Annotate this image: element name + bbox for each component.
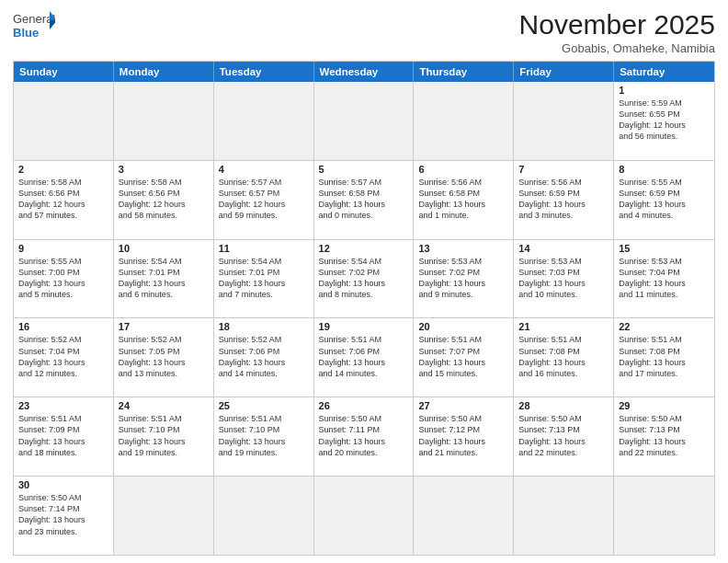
calendar-row-2: 9Sunrise: 5:55 AM Sunset: 7:00 PM Daylig… [14, 240, 714, 319]
title-block: November 2025 Gobabis, Omaheke, Namibia [519, 9, 715, 55]
day-number-15: 15 [619, 243, 710, 254]
day-number-20: 20 [418, 321, 508, 332]
day-info-18: Sunrise: 5:52 AM Sunset: 7:06 PM Dayligh… [219, 334, 309, 379]
day-cell-26: 26Sunrise: 5:50 AM Sunset: 7:11 PM Dayli… [314, 397, 415, 476]
day-number-5: 5 [319, 164, 409, 175]
day-info-11: Sunrise: 5:54 AM Sunset: 7:01 PM Dayligh… [219, 256, 309, 301]
day-info-10: Sunrise: 5:54 AM Sunset: 7:01 PM Dayligh… [119, 256, 209, 301]
day-cell-12: 12Sunrise: 5:54 AM Sunset: 7:02 PM Dayli… [314, 240, 415, 318]
header-day-saturday: Saturday [614, 62, 714, 82]
day-cell-16: 16Sunrise: 5:52 AM Sunset: 7:04 PM Dayli… [14, 318, 114, 396]
svg-text:Blue: Blue [13, 26, 39, 40]
month-title: November 2025 [519, 9, 715, 40]
day-number-13: 13 [418, 243, 508, 254]
day-number-4: 4 [219, 164, 309, 175]
day-info-30: Sunrise: 5:50 AM Sunset: 7:14 PM Dayligh… [18, 492, 108, 537]
day-cell-22: 22Sunrise: 5:51 AM Sunset: 7:08 PM Dayli… [614, 318, 714, 396]
empty-cell-5-3 [314, 477, 415, 555]
day-info-12: Sunrise: 5:54 AM Sunset: 7:02 PM Dayligh… [319, 256, 409, 301]
day-number-14: 14 [518, 243, 609, 254]
day-number-10: 10 [119, 243, 209, 254]
empty-cell-0-4 [414, 82, 514, 160]
day-info-19: Sunrise: 5:51 AM Sunset: 7:06 PM Dayligh… [319, 334, 409, 379]
day-cell-1: 1Sunrise: 5:59 AM Sunset: 6:55 PM Daylig… [614, 82, 714, 160]
header-day-monday: Monday [114, 62, 214, 82]
empty-cell-0-1 [114, 82, 214, 160]
empty-cell-5-1 [114, 477, 214, 555]
day-cell-10: 10Sunrise: 5:54 AM Sunset: 7:01 PM Dayli… [114, 240, 214, 318]
day-info-13: Sunrise: 5:53 AM Sunset: 7:02 PM Dayligh… [418, 256, 508, 301]
empty-cell-0-3 [314, 82, 415, 160]
day-number-17: 17 [119, 321, 209, 332]
day-number-9: 9 [18, 243, 108, 254]
day-info-15: Sunrise: 5:53 AM Sunset: 7:04 PM Dayligh… [619, 256, 710, 301]
day-info-4: Sunrise: 5:57 AM Sunset: 6:57 PM Dayligh… [219, 177, 309, 222]
day-number-12: 12 [319, 243, 409, 254]
header-day-sunday: Sunday [14, 62, 114, 82]
day-number-24: 24 [119, 400, 209, 411]
day-number-19: 19 [319, 321, 409, 332]
day-info-22: Sunrise: 5:51 AM Sunset: 7:08 PM Dayligh… [619, 334, 710, 379]
day-info-1: Sunrise: 5:59 AM Sunset: 6:55 PM Dayligh… [619, 98, 710, 143]
day-info-29: Sunrise: 5:50 AM Sunset: 7:13 PM Dayligh… [619, 413, 710, 458]
day-cell-2: 2Sunrise: 5:58 AM Sunset: 6:56 PM Daylig… [14, 161, 114, 239]
page: General Blue November 2025 Gobabis, Omah… [0, 0, 728, 563]
day-number-3: 3 [119, 164, 209, 175]
day-info-28: Sunrise: 5:50 AM Sunset: 7:13 PM Dayligh… [518, 413, 609, 458]
day-number-22: 22 [619, 321, 710, 332]
day-number-1: 1 [619, 85, 710, 96]
day-info-9: Sunrise: 5:55 AM Sunset: 7:00 PM Dayligh… [18, 256, 108, 301]
empty-cell-5-6 [614, 477, 714, 555]
day-info-26: Sunrise: 5:50 AM Sunset: 7:11 PM Dayligh… [319, 413, 409, 458]
day-number-16: 16 [18, 321, 108, 332]
day-number-21: 21 [518, 321, 609, 332]
empty-cell-0-5 [514, 82, 614, 160]
day-info-24: Sunrise: 5:51 AM Sunset: 7:10 PM Dayligh… [119, 413, 209, 458]
day-info-14: Sunrise: 5:53 AM Sunset: 7:03 PM Dayligh… [518, 256, 609, 301]
day-info-23: Sunrise: 5:51 AM Sunset: 7:09 PM Dayligh… [18, 413, 108, 458]
day-info-5: Sunrise: 5:57 AM Sunset: 6:58 PM Dayligh… [319, 177, 409, 222]
day-number-26: 26 [319, 400, 409, 411]
day-info-3: Sunrise: 5:58 AM Sunset: 6:56 PM Dayligh… [119, 177, 209, 222]
day-cell-7: 7Sunrise: 5:56 AM Sunset: 6:59 PM Daylig… [514, 161, 614, 239]
day-number-29: 29 [619, 400, 710, 411]
day-cell-25: 25Sunrise: 5:51 AM Sunset: 7:10 PM Dayli… [214, 397, 314, 476]
empty-cell-5-4 [414, 477, 514, 555]
day-number-7: 7 [518, 164, 609, 175]
day-number-27: 27 [418, 400, 508, 411]
calendar-row-1: 2Sunrise: 5:58 AM Sunset: 6:56 PM Daylig… [14, 161, 714, 240]
day-number-2: 2 [18, 164, 108, 175]
header-day-wednesday: Wednesday [314, 62, 415, 82]
day-number-23: 23 [18, 400, 108, 411]
day-cell-4: 4Sunrise: 5:57 AM Sunset: 6:57 PM Daylig… [214, 161, 314, 239]
day-number-8: 8 [619, 164, 710, 175]
day-info-17: Sunrise: 5:52 AM Sunset: 7:05 PM Dayligh… [119, 334, 209, 379]
day-number-30: 30 [18, 479, 108, 490]
calendar-header-row: SundayMondayTuesdayWednesdayThursdayFrid… [14, 62, 714, 82]
day-number-6: 6 [418, 164, 508, 175]
empty-cell-5-5 [514, 477, 614, 555]
day-cell-30: 30Sunrise: 5:50 AM Sunset: 7:14 PM Dayli… [14, 477, 114, 555]
day-info-8: Sunrise: 5:55 AM Sunset: 6:59 PM Dayligh… [619, 177, 710, 222]
day-cell-23: 23Sunrise: 5:51 AM Sunset: 7:09 PM Dayli… [14, 397, 114, 476]
day-info-27: Sunrise: 5:50 AM Sunset: 7:12 PM Dayligh… [418, 413, 508, 458]
logo-svg: General Blue [13, 9, 55, 42]
header: General Blue November 2025 Gobabis, Omah… [13, 9, 715, 55]
day-cell-27: 27Sunrise: 5:50 AM Sunset: 7:12 PM Dayli… [414, 397, 514, 476]
day-cell-6: 6Sunrise: 5:56 AM Sunset: 6:58 PM Daylig… [414, 161, 514, 239]
day-cell-20: 20Sunrise: 5:51 AM Sunset: 7:07 PM Dayli… [414, 318, 514, 396]
day-cell-17: 17Sunrise: 5:52 AM Sunset: 7:05 PM Dayli… [114, 318, 214, 396]
day-info-2: Sunrise: 5:58 AM Sunset: 6:56 PM Dayligh… [18, 177, 108, 222]
day-cell-14: 14Sunrise: 5:53 AM Sunset: 7:03 PM Dayli… [514, 240, 614, 318]
day-cell-8: 8Sunrise: 5:55 AM Sunset: 6:59 PM Daylig… [614, 161, 714, 239]
day-cell-11: 11Sunrise: 5:54 AM Sunset: 7:01 PM Dayli… [214, 240, 314, 318]
day-cell-24: 24Sunrise: 5:51 AM Sunset: 7:10 PM Dayli… [114, 397, 214, 476]
svg-text:General: General [13, 12, 55, 26]
logo: General Blue [13, 9, 55, 42]
day-cell-13: 13Sunrise: 5:53 AM Sunset: 7:02 PM Dayli… [414, 240, 514, 318]
empty-cell-5-2 [214, 477, 314, 555]
location: Gobabis, Omaheke, Namibia [519, 41, 715, 55]
day-cell-9: 9Sunrise: 5:55 AM Sunset: 7:00 PM Daylig… [14, 240, 114, 318]
day-number-11: 11 [219, 243, 309, 254]
day-number-18: 18 [219, 321, 309, 332]
